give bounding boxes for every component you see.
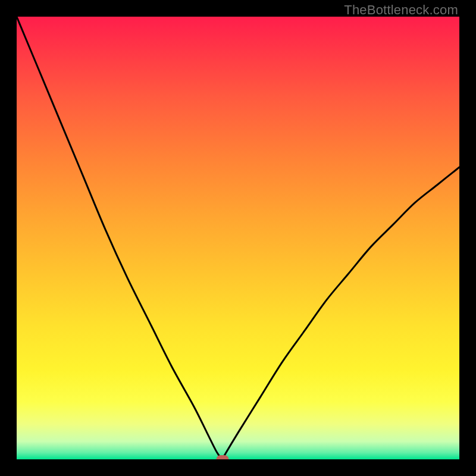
watermark-text: TheBottleneck.com bbox=[344, 2, 458, 18]
outer-frame: TheBottleneck.com bbox=[0, 0, 476, 476]
bottleneck-curve bbox=[17, 17, 459, 459]
plot-area bbox=[17, 17, 459, 459]
optimal-marker bbox=[216, 455, 228, 459]
